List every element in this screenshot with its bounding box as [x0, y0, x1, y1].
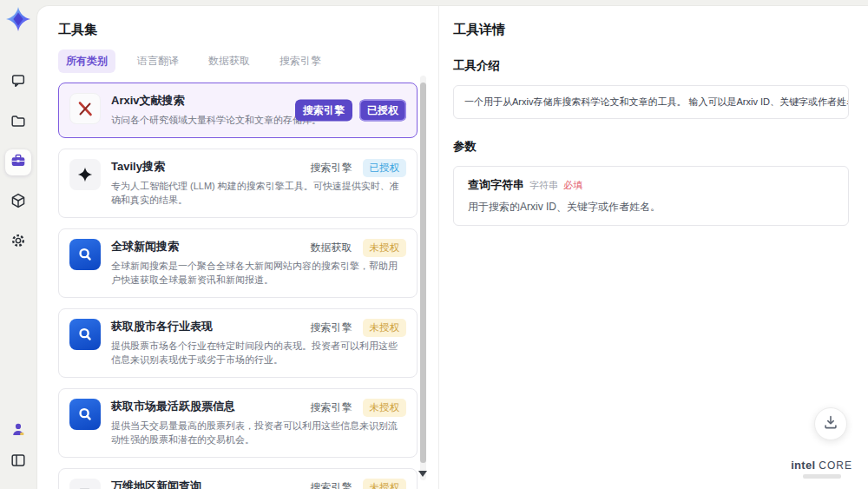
sidebar-item-tools[interactable] [5, 149, 31, 175]
tool-card-sector-performance[interactable]: 获取股市各行业表现 提供股票市场各个行业在特定时间段内的表现。投资者可以利用这些… [58, 308, 418, 378]
download-button[interactable] [814, 407, 847, 440]
tab-data-fetch[interactable]: 数据获取 [201, 50, 258, 73]
intel-core-logo: intel CORE [791, 459, 852, 479]
tool-meta: 搜索引擎 未授权 [311, 319, 407, 337]
tool-card-regional-news[interactable]: 万维地区新闻查询 查询具体行政区划内的新闻，快速了解各地新闻动 搜索引擎 未授权 [58, 468, 418, 489]
status-badge: 已授权 [359, 99, 406, 121]
user-icon [10, 420, 27, 441]
left-rail [0, 0, 36, 489]
tool-description: 全球新闻搜索是一个聚合全球各大新闻网站内容的搜索引擎，帮助用户快速获取全球最新资… [111, 259, 403, 287]
sidebar-item-settings[interactable] [5, 229, 31, 255]
status-badge: 已授权 [363, 159, 407, 177]
tool-meta: 搜索引擎 未授权 [311, 399, 407, 417]
search-blue-icon [69, 399, 101, 430]
tool-description: 专为人工智能代理 (LLM) 构建的搜索引擎工具。可快速提供实时、准确和真实的结… [111, 179, 403, 208]
tool-meta: 数据获取 未授权 [311, 239, 407, 257]
page-title: 工具集 [58, 22, 438, 38]
folder-icon [10, 112, 27, 133]
cube-icon [10, 192, 27, 213]
brand-subtext [803, 474, 841, 479]
chat-icon [10, 72, 27, 93]
detail-title: 工具详情 [453, 22, 849, 38]
category-tabs: 所有类别 语言翻译 数据获取 搜索引擎 [58, 50, 438, 73]
gear-icon [10, 232, 27, 253]
main-content: 工具集 所有类别 语言翻译 数据获取 搜索引擎 Arxiv文献搜索 访问各个研究… [36, 5, 868, 489]
category-badge: 搜索引擎 [295, 99, 352, 121]
category-label: 搜索引擎 [311, 320, 352, 335]
params-heading: 参数 [453, 139, 849, 155]
tool-meta: 搜索引擎 已授权 [295, 99, 406, 121]
status-badge: 未授权 [363, 399, 407, 417]
sidebar-item-collapse[interactable] [5, 449, 31, 475]
tool-card-arxiv[interactable]: Arxiv文献搜索 访问各个研究领域大量科学论文和文章的存储库。 搜索引擎 已授… [58, 83, 418, 138]
intro-heading: 工具介绍 [453, 58, 849, 74]
newspaper-icon [69, 479, 101, 489]
sidebar-item-files[interactable] [5, 109, 31, 135]
sidebar-item-account[interactable] [5, 418, 31, 444]
panel-toggle-icon [10, 452, 27, 472]
tool-card-active-stocks[interactable]: 获取市场最活跃股票信息 提供当天交易量最高的股票列表，投资者可以利用这些信息来识… [58, 388, 418, 458]
scrollbar-track[interactable] [420, 76, 426, 480]
tool-list: Arxiv文献搜索 访问各个研究领域大量科学论文和文章的存储库。 搜索引擎 已授… [58, 83, 418, 489]
param-type: 字符串 [529, 179, 558, 192]
param-card: 查询字符串 字符串 必填 用于搜索的Arxiv ID、关键字或作者姓名。 [453, 166, 849, 226]
sidebar-item-chat[interactable] [5, 69, 31, 96]
category-label: 搜索引擎 [311, 400, 352, 415]
scroll-down-arrow-icon[interactable] [418, 471, 427, 477]
arxiv-icon [69, 93, 101, 124]
tool-meta: 搜索引擎 未授权 [311, 479, 407, 489]
download-icon [822, 413, 839, 434]
tool-meta: 搜索引擎 已授权 [311, 159, 407, 177]
toolbox-icon [10, 152, 27, 173]
category-label: 数据获取 [311, 241, 352, 255]
status-badge: 未授权 [363, 319, 407, 337]
status-badge: 未授权 [363, 239, 407, 257]
param-required-label: 必填 [563, 179, 582, 192]
category-label: 搜索引擎 [311, 161, 352, 175]
category-label: 搜索引擎 [311, 480, 352, 489]
param-description: 用于搜索的Arxiv ID、关键字或作者姓名。 [468, 200, 834, 215]
tool-card-global-news[interactable]: 全球新闻搜索 全球新闻搜索是一个聚合全球各大新闻网站内容的搜索引擎，帮助用户快速… [58, 228, 418, 298]
param-name: 查询字符串 [468, 177, 524, 193]
tab-all-categories[interactable]: 所有类别 [58, 50, 115, 73]
brand-intel: intel [791, 459, 815, 472]
status-badge: 未授权 [363, 479, 407, 489]
search-blue-icon [69, 319, 101, 350]
sparkle-icon [69, 159, 101, 190]
tool-detail-pane: 工具详情 工具介绍 一个用于从Arxiv存储库搜索科学论文和文章的工具。 输入可… [438, 6, 868, 489]
tool-description: 提供当天交易量最高的股票列表，投资者可以利用这些信息来识别流动性强的股票和潜在的… [111, 419, 403, 447]
tab-language-translation[interactable]: 语言翻译 [129, 50, 187, 73]
tool-list-pane: 工具集 所有类别 语言翻译 数据获取 搜索引擎 Arxiv文献搜索 访问各个研究… [37, 6, 438, 489]
tool-description: 提供股票市场各个行业在特定时间段内的表现。投资者可以利用这些信息来识别表现优于或… [111, 339, 403, 367]
brand-core: CORE [819, 459, 852, 472]
tab-search-engine[interactable]: 搜索引擎 [272, 50, 329, 73]
search-blue-icon [69, 239, 101, 270]
tool-card-tavily[interactable]: Tavily搜索 专为人工智能代理 (LLM) 构建的搜索引擎工具。可快速提供实… [58, 149, 418, 218]
scrollbar-thumb[interactable] [420, 83, 426, 463]
intro-box: 一个用于从Arxiv存储库搜索科学论文和文章的工具。 输入可以是Arxiv ID… [453, 85, 849, 119]
sidebar-item-packages[interactable] [5, 189, 31, 215]
app-logo [6, 7, 30, 31]
